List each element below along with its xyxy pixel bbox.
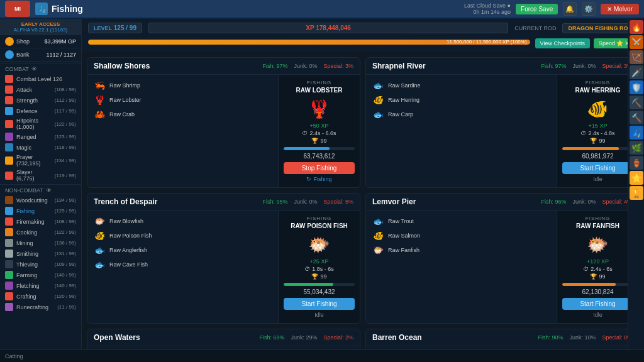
trench-start-button[interactable]: Start Fishing [284, 298, 355, 310]
list-item: 🐡Raw Fanfish [371, 244, 552, 256]
sidebar-item-fletching[interactable]: Fletching (140 / 99) [0, 280, 81, 291]
notification-icon[interactable]: 🔔 [563, 2, 577, 16]
list-item: 🦐Raw Shrimp [92, 80, 273, 91]
sidebar-item-runecrafting[interactable]: Runecrafting (11 / 99) [0, 302, 81, 312]
area-lemvor-stats: Fish: 96% Junk: 0% Special: 4% [541, 199, 632, 205]
lemvor-fish-list: 🐟Raw Trout 🐠Raw Salmon 🐡Raw Fanfish [366, 211, 557, 323]
lemvor-active-panel: FISHING RAW FANFISH 🐡 +120 XP ⏱2.4s - 6s… [557, 211, 638, 323]
skill-icon-7[interactable]: 🎣 [630, 126, 643, 140]
sidebar-item-woodcutting[interactable]: Woodcutting (134 / 99) [0, 195, 81, 206]
view-checkpoints-button[interactable]: View Checkpoints [535, 38, 590, 48]
settings-icon[interactable]: ⚙️ [582, 2, 596, 16]
shrapnel-fish-list: 🐟Raw Sardine 🐠Raw Herring 🐟Raw Carp [366, 75, 557, 187]
sidebar-item-combat-level[interactable]: Combat Level 126 [0, 74, 81, 84]
sidebar-item-magic[interactable]: Magic (118 / 99) [0, 142, 81, 153]
right-sidebar-icons: 🔥 ⚔️ 🏹 🗡️ 🛡️ ⛏️ 🔨 🎣 🌿 🏺 ⭐ 🏆 [628, 19, 644, 362]
sidebar-item-fishing[interactable]: Fishing (125 / 99) [0, 206, 81, 216]
trench-progress [284, 283, 355, 286]
skill-icon-1[interactable]: ⚔️ [630, 35, 643, 49]
bank-icon [5, 50, 14, 59]
area-barren-stats: Fish: 90% Junk: 10% Special: 0% [538, 334, 632, 341]
melvor-menu-button[interactable]: ✕ Melvor [601, 4, 639, 14]
sidebar-shop[interactable]: Shop $3,399M GP [0, 35, 81, 48]
list-item: 🐟Raw Anglerfish [92, 244, 273, 256]
force-save-button[interactable]: Force Save [516, 4, 558, 14]
sidebar-item-thieving[interactable]: Thieving (109 / 99) [0, 259, 81, 270]
slayer-icon [5, 172, 13, 180]
skill-icon-10[interactable]: ⭐ [630, 171, 643, 185]
combat-section-header: COMBAT 👁 [0, 63, 81, 74]
sidebar-item-defence[interactable]: Defence (117 / 99) [0, 106, 81, 116]
area-open-header: Open Waters Fish: 69% Junk: 29% Special:… [87, 329, 360, 346]
topbar: MI 🎣 Fishing Last Cloud Save ● 0h 1m 14s… [0, 0, 644, 19]
mining-icon [5, 239, 13, 247]
trench-active-panel: FISHING RAW POISON FISH 🐡 +25 XP ⏱1.8s -… [278, 211, 360, 323]
runecrafting-icon [5, 303, 13, 311]
trophy-icon[interactable]: 🏆 [630, 186, 643, 200]
area-shallow-stats: Fish: 97% Junk: 0% Special: 3% [262, 63, 353, 69]
area-barren-header: Barren Ocean Fish: 90% Junk: 10% Special… [366, 329, 638, 346]
skill-icon-2[interactable]: 🏹 [630, 50, 643, 64]
sidebar-item-attack[interactable]: Attack (108 / 99) [0, 84, 81, 95]
area-shrapnel-river: Shrapnel River Fish: 97% Junk: 0% Specia… [365, 57, 639, 188]
combat-quick-icon[interactable]: 🔥 [630, 20, 643, 34]
sidebar-bank[interactable]: Bank 1112 / 1127 [0, 48, 81, 62]
list-item: 🐡Raw Blowfish [92, 216, 273, 227]
skill-icon-4[interactable]: 🛡️ [630, 80, 643, 94]
lemvor-start-button[interactable]: Start Fishing [562, 298, 633, 310]
shallow-status: ↻Fishing [306, 176, 331, 182]
area-trench: Trench of Despair Fish: 95% Junk: 0% Spe… [87, 193, 360, 324]
area-trench-header: Trench of Despair Fish: 95% Junk: 0% Spe… [87, 194, 360, 211]
sidebar-item-ranged[interactable]: Ranged (123 / 99) [0, 131, 81, 142]
shallow-progress [284, 147, 355, 150]
list-item: 🐟Raw Cave Fish [92, 259, 273, 270]
skill-icon-9[interactable]: 🏺 [630, 156, 643, 170]
sidebar-item-farming[interactable]: Farming (140 / 99) [0, 270, 81, 280]
cloud-save-info: Last Cloud Save ● 0h 1m 14s ago [464, 3, 511, 15]
game-logo: MI [5, 1, 30, 17]
skill-icon-3[interactable]: 🗡️ [630, 65, 643, 79]
area-open-stats: Fish: 69% Junk: 29% Special: 2% [259, 334, 353, 341]
version-badge: EARLY ACCESS ALPHA V0.22.1 (11183) [0, 19, 81, 35]
sidebar-item-slayer[interactable]: Slayer (6,775) (119 / 99) [0, 168, 81, 183]
list-item: 🐠Raw Herring [371, 94, 552, 106]
area-shallow-header: Shallow Shores Fish: 97% Junk: 0% Specia… [87, 58, 360, 75]
sidebar-item-mining[interactable]: Mining (136 / 99) [0, 238, 81, 248]
sidebar-item-cooking[interactable]: Cooking (122 / 99) [0, 227, 81, 238]
sidebar-item-hitpoints[interactable]: Hitpoints (1,000) (122 / 99) [0, 116, 81, 131]
xp-buttons: View Checkpoints Spend ⭐ XP [535, 38, 638, 48]
shallow-stop-button[interactable]: Stop Fishing [284, 162, 355, 174]
trench-fish-list: 🐡Raw Blowfish 🐠Raw Poison Fish 🐟Raw Angl… [87, 211, 278, 323]
area-shallow-shores: Shallow Shores Fish: 97% Junk: 0% Specia… [87, 57, 360, 188]
sidebar-item-firemaking[interactable]: Firemaking (108 / 99) [0, 216, 81, 227]
sidebar-item-strength[interactable]: Strength (112 / 99) [0, 95, 81, 106]
xp-badge: XP 178,448,046 [148, 23, 508, 33]
skill-icon-6[interactable]: 🔨 [630, 111, 643, 124]
shallow-fish-list: 🦐Raw Shrimp 🦞Raw Lobster 🦀Raw Crab [87, 75, 278, 187]
cooking-icon [5, 228, 13, 236]
lemvor-progress [562, 283, 633, 286]
list-item: 🐟Raw Sardine [371, 80, 552, 91]
area-trench-stats: Fish: 95% Junk: 0% Special: 5% [262, 199, 353, 205]
sidebar-item-smithing[interactable]: Smithing (131 / 99) [0, 248, 81, 259]
magic-icon [5, 143, 13, 151]
area-shrapnel-header: Shrapnel River Fish: 97% Junk: 0% Specia… [366, 58, 638, 75]
xp-bar-area: LEVEL 125 / 99 XP 178,448,046 CURRENT RO… [82, 19, 644, 52]
list-item: 🦀Raw Crab [92, 109, 273, 120]
list-item: 🐠Raw Poison Fish [92, 230, 273, 241]
bottom-bar: Catting [0, 349, 644, 362]
firemaking-icon [5, 217, 13, 226]
area-lemvor-header: Lemvor Pier Fish: 96% Junk: 0% Special: … [366, 194, 638, 211]
current-rod-label: CURRENT ROD [514, 25, 556, 31]
shrapnel-start-button[interactable]: Start Fishing [562, 162, 633, 174]
woodcutting-icon [5, 196, 13, 204]
skill-icon-5[interactable]: ⛏️ [630, 96, 643, 109]
skill-icon-8[interactable]: 🌿 [630, 141, 643, 155]
list-item: 🐠Raw Salmon [371, 230, 552, 241]
ranged-icon [5, 133, 13, 141]
sidebar-item-prayer[interactable]: Prayer (732,195) (134 / 99) [0, 153, 81, 168]
xp-progress-bar: 11,500,000 / 11,500,000 XP (100%) [88, 40, 530, 45]
level-badge: LEVEL 125 / 99 [88, 23, 142, 33]
rod-badge: DRAGON FISHING ROD [562, 23, 638, 33]
sidebar-item-crafting[interactable]: Crafting (120 / 99) [0, 291, 81, 302]
